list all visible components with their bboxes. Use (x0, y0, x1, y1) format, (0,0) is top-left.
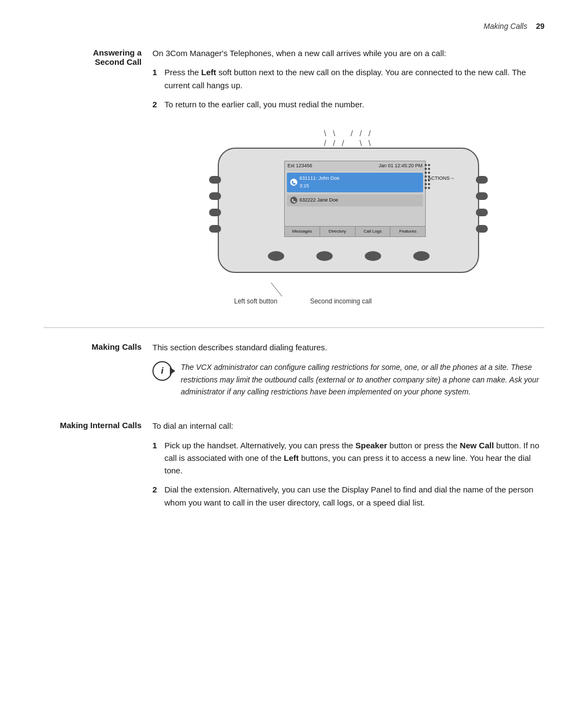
phone-body: Ext 123456 Jan 01 12:45:20 PM 631111: Jo… (218, 148, 479, 273)
right-btn-3 (476, 209, 488, 216)
info-icon: i (152, 361, 172, 381)
bottom-btn-4 (413, 251, 430, 261)
call1-text: 631111: John Doe 3:15 (299, 175, 420, 190)
left-btn-1 (209, 176, 221, 184)
speaker-bold: Speaker (356, 441, 387, 450)
label-second-incoming: Second incoming call (310, 296, 371, 307)
answering-intro: On 3Com Manager's Telephones, when a new… (152, 47, 544, 59)
screen-ext: Ext 123456 (287, 162, 313, 170)
screen-header: Ext 123456 Jan 01 12:45:20 PM (285, 161, 425, 171)
left-bold: Left (284, 453, 299, 462)
answering-section-content: On 3Com Manager's Telephones, when a new… (152, 47, 544, 312)
making-calls-label: Making Calls (44, 341, 152, 404)
softkey-calllogs: Call Logs (356, 227, 391, 236)
left-btn-2 (209, 192, 221, 200)
making-internal-intro: To dial an internal call: (152, 419, 544, 432)
softkey-messages: Messages (285, 227, 320, 236)
answering-steps-list: 1 Press the Left soft button next to the… (152, 66, 544, 111)
right-btn-1 (476, 176, 488, 184)
internal-calls-steps: 1 Pick up the handset. Alternatively, yo… (152, 439, 544, 509)
left-btn-4 (209, 225, 221, 233)
making-internal-calls-label: Making Internal Calls (44, 419, 152, 515)
making-calls-content: This section describes standard dialing … (152, 341, 544, 404)
answering-section-label: Answering a Second Call (44, 47, 152, 312)
screen-call2: 632222 Jane Doe (287, 194, 423, 206)
bottom-btn-1 (268, 251, 284, 261)
softkey-directory: Directory (320, 227, 356, 236)
screen-softkeys: Messages Directory Call Logs Features (285, 226, 425, 236)
screen-call1: 631111: John Doe 3:15 ACTIONS→ (287, 173, 423, 192)
making-calls-intro: This section describes standard dialing … (152, 341, 544, 354)
newcall-bold: New Call (460, 441, 494, 450)
answering-step-2: 2 To return to the earlier call, you mus… (152, 98, 544, 111)
diagram-labels: Left soft button Second incoming call (196, 296, 501, 307)
answering-second-call-section: Answering a Second Call On 3Com Manager'… (44, 47, 544, 312)
making-internal-calls-content: To dial an internal call: 1 Pick up the … (152, 419, 544, 515)
step1-bold: Left (201, 68, 217, 77)
phone-screen: Ext 123456 Jan 01 12:45:20 PM 631111: Jo… (284, 161, 426, 237)
making-internal-calls-section: Making Internal Calls To dial an interna… (44, 419, 544, 515)
right-btn-2 (476, 192, 488, 200)
phone-diagram-wrapper: \ \ / / / / / / \ \ (152, 127, 544, 307)
bottom-btn-2 (316, 251, 333, 261)
internal-step-2: 2 Dial the extension. Alternatively, you… (152, 483, 544, 509)
page-header: Making Calls 29 (44, 22, 544, 31)
left-btn-3 (209, 209, 221, 216)
call1-icon (290, 179, 297, 186)
info-text: The VCX administrator can configure call… (181, 361, 544, 398)
bottom-buttons-row (252, 251, 445, 261)
right-btn-4 (476, 225, 488, 233)
internal-step-1: 1 Pick up the handset. Alternatively, yo… (152, 439, 544, 477)
screen-datetime: Jan 01 12:45:20 PM (378, 162, 422, 170)
scroll-dots (425, 164, 430, 189)
info-box: i The VCX administrator can configure ca… (152, 361, 544, 398)
section-title: Making Calls (483, 22, 527, 31)
answering-step-1: 1 Press the Left soft button next to the… (152, 66, 544, 92)
call2-name: 632222 Jane Doe (299, 197, 338, 204)
call2-icon (290, 197, 297, 204)
softkey-features: Features (390, 227, 425, 236)
bottom-btn-3 (365, 251, 381, 261)
making-calls-section: Making Calls This section describes stan… (44, 341, 544, 404)
arrow-left-soft (266, 277, 287, 299)
page-number: 29 (536, 22, 544, 31)
actions-label: ACTIONS→ (428, 175, 455, 182)
section-divider (44, 327, 544, 328)
